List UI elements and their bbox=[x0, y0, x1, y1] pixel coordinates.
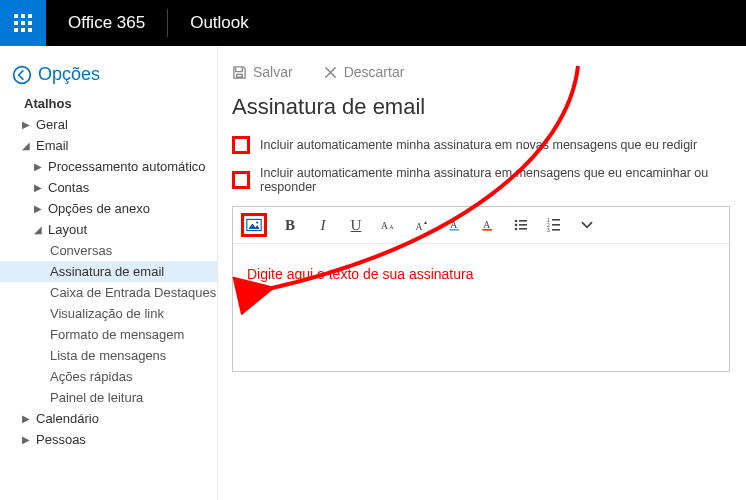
back-label: Opções bbox=[38, 64, 100, 85]
svg-rect-0 bbox=[14, 14, 18, 18]
numbered-list-button[interactable]: 1 2 3 bbox=[544, 215, 564, 235]
waffle-icon bbox=[13, 13, 33, 33]
checkbox-row-new-messages[interactable]: Incluir automaticamente minha assinatura… bbox=[232, 136, 730, 154]
svg-point-23 bbox=[515, 224, 518, 227]
checkbox-label: Incluir automaticamente minha assinatura… bbox=[260, 166, 730, 194]
svg-rect-28 bbox=[552, 219, 560, 221]
svg-point-9 bbox=[14, 66, 31, 83]
discard-button[interactable]: Descartar bbox=[323, 64, 405, 80]
nav-contas[interactable]: ▶ Contas bbox=[0, 177, 217, 198]
svg-text:A: A bbox=[416, 221, 423, 232]
nav-tree: Atalhos ▶ Geral ◢ Email ▶ Processamento … bbox=[0, 93, 217, 450]
checkbox-label: Incluir automaticamente minha assinatura… bbox=[260, 138, 697, 152]
svg-rect-18 bbox=[449, 229, 459, 231]
highlight-icon: A bbox=[447, 217, 463, 233]
caret-right-icon: ▶ bbox=[22, 119, 32, 130]
caret-right-icon: ▶ bbox=[22, 413, 32, 424]
checkbox-new-messages[interactable] bbox=[232, 136, 250, 154]
font-size-button[interactable]: AA bbox=[379, 215, 399, 235]
svg-rect-24 bbox=[519, 224, 527, 226]
editor-body[interactable]: Digite aqui o texto de sua assinatura bbox=[233, 244, 729, 371]
nav-atalhos[interactable]: Atalhos bbox=[0, 93, 217, 114]
nav-geral[interactable]: ▶ Geral bbox=[0, 114, 217, 135]
bullet-list-button[interactable] bbox=[511, 215, 531, 235]
svg-rect-1 bbox=[21, 14, 25, 18]
svg-text:▴: ▴ bbox=[424, 219, 427, 225]
brand-label: Office 365 bbox=[46, 13, 167, 33]
font-grow-icon: A▴ bbox=[414, 217, 430, 233]
nav-lista-mensagens[interactable]: Lista de mensagens bbox=[0, 345, 217, 366]
nav-opcoes-anexo[interactable]: ▶ Opções de anexo bbox=[0, 198, 217, 219]
svg-rect-4 bbox=[21, 21, 25, 25]
main-content: Salvar Descartar Assinatura de email Inc… bbox=[218, 46, 746, 500]
checkbox-row-forward-reply[interactable]: Incluir automaticamente minha assinatura… bbox=[232, 166, 730, 194]
app-label: Outlook bbox=[168, 13, 271, 33]
caret-right-icon: ▶ bbox=[34, 182, 44, 193]
svg-rect-6 bbox=[14, 28, 18, 32]
nav-calendario[interactable]: ▶ Calendário bbox=[0, 408, 217, 429]
svg-rect-20 bbox=[482, 229, 492, 231]
nav-layout[interactable]: ◢ Layout bbox=[0, 219, 217, 240]
svg-rect-32 bbox=[552, 229, 560, 231]
svg-rect-3 bbox=[14, 21, 18, 25]
insert-image-button[interactable] bbox=[241, 213, 267, 237]
bold-button[interactable]: B bbox=[280, 215, 300, 235]
svg-text:A: A bbox=[381, 220, 388, 231]
svg-rect-5 bbox=[28, 21, 32, 25]
font-color-button[interactable]: A bbox=[478, 215, 498, 235]
checkbox-forward-reply[interactable] bbox=[232, 171, 250, 189]
caret-down-icon: ◢ bbox=[22, 140, 32, 151]
svg-marker-11 bbox=[248, 223, 259, 229]
page-title: Assinatura de email bbox=[232, 94, 730, 120]
nav-assinatura-email[interactable]: Assinatura de email bbox=[0, 261, 217, 282]
svg-rect-7 bbox=[21, 28, 25, 32]
svg-rect-30 bbox=[552, 224, 560, 226]
bullet-list-icon bbox=[513, 217, 529, 233]
nav-painel-leitura[interactable]: Painel de leitura bbox=[0, 387, 217, 408]
caret-right-icon: ▶ bbox=[34, 203, 44, 214]
back-button[interactable]: Opções bbox=[0, 64, 217, 93]
nav-acoes-rapidas[interactable]: Ações rápidas bbox=[0, 366, 217, 387]
svg-point-12 bbox=[256, 221, 258, 223]
caret-right-icon: ▶ bbox=[34, 161, 44, 172]
more-button[interactable] bbox=[577, 215, 597, 235]
signature-editor: B I U AA A▴ A A bbox=[232, 206, 730, 372]
editor-placeholder: Digite aqui o texto de sua assinatura bbox=[247, 266, 715, 282]
nav-formato-mensagem[interactable]: Formato de mensagem bbox=[0, 324, 217, 345]
editor-toolbar: B I U AA A▴ A A bbox=[233, 207, 729, 244]
svg-text:A: A bbox=[483, 219, 490, 230]
svg-rect-26 bbox=[519, 228, 527, 230]
save-button[interactable]: Salvar bbox=[232, 64, 293, 80]
caret-right-icon: ▶ bbox=[22, 434, 32, 445]
nav-conversas[interactable]: Conversas bbox=[0, 240, 217, 261]
font-size-icon: AA bbox=[381, 217, 397, 233]
svg-rect-22 bbox=[519, 220, 527, 222]
nav-visualizacao-link[interactable]: Visualização de link bbox=[0, 303, 217, 324]
back-arrow-icon bbox=[12, 65, 32, 85]
underline-button[interactable]: U bbox=[346, 215, 366, 235]
nav-email[interactable]: ◢ Email bbox=[0, 135, 217, 156]
nav-pessoas[interactable]: ▶ Pessoas bbox=[0, 429, 217, 450]
svg-text:3: 3 bbox=[547, 227, 550, 233]
action-bar: Salvar Descartar bbox=[232, 64, 730, 80]
svg-text:A: A bbox=[389, 223, 394, 230]
svg-point-25 bbox=[515, 228, 518, 231]
sidebar: Opções Atalhos ▶ Geral ◢ Email ▶ Process… bbox=[0, 46, 218, 500]
nav-processamento[interactable]: ▶ Processamento automático bbox=[0, 156, 217, 177]
svg-point-21 bbox=[515, 220, 518, 223]
app-launcher-icon[interactable] bbox=[0, 0, 46, 46]
italic-button[interactable]: I bbox=[313, 215, 333, 235]
highlight-button[interactable]: A bbox=[445, 215, 465, 235]
caret-down-icon: ◢ bbox=[34, 224, 44, 235]
svg-text:A: A bbox=[450, 219, 457, 230]
numbered-list-icon: 1 2 3 bbox=[546, 217, 562, 233]
svg-rect-8 bbox=[28, 28, 32, 32]
svg-rect-2 bbox=[28, 14, 32, 18]
nav-caixa-destaques[interactable]: Caixa de Entrada Destaques bbox=[0, 282, 217, 303]
chevron-down-icon bbox=[579, 217, 595, 233]
font-grow-button[interactable]: A▴ bbox=[412, 215, 432, 235]
close-icon bbox=[323, 65, 338, 80]
font-color-icon: A bbox=[480, 217, 496, 233]
image-icon bbox=[246, 217, 262, 233]
topbar: Office 365 Outlook bbox=[0, 0, 746, 46]
